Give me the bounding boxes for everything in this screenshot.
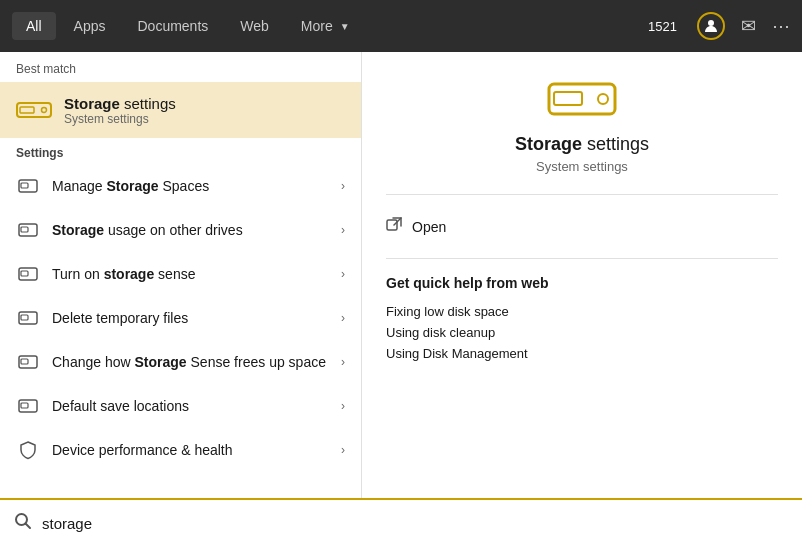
change-storage-sense-text: Change how Storage Sense frees up space	[52, 353, 329, 371]
menu-item-storage-usage[interactable]: Storage usage on other drives ›	[0, 208, 361, 252]
result-header: Storage settings System settings	[386, 76, 778, 195]
settings-section-label: Settings	[0, 138, 361, 164]
open-label: Open	[412, 219, 446, 235]
menu-item-manage-storage-spaces[interactable]: Manage Storage Spaces ›	[0, 164, 361, 208]
open-icon	[386, 217, 402, 236]
nav-tab-all[interactable]: All	[12, 12, 56, 40]
open-action[interactable]: Open	[386, 211, 778, 242]
nav-tab-apps[interactable]: Apps	[60, 12, 120, 40]
help-section: Get quick help from web Fixing low disk …	[386, 275, 778, 364]
feedback-icon[interactable]: ✉	[741, 15, 756, 37]
best-match-label: Best match	[0, 52, 361, 82]
main-area: Best match Storage settings System setti…	[0, 52, 802, 498]
action-section: Open	[386, 211, 778, 259]
storage-usage-text: Storage usage on other drives	[52, 221, 329, 239]
chevron-icon: ›	[341, 223, 345, 237]
right-panel: Storage settings System settings Open Ge…	[362, 52, 802, 498]
best-match-subtitle: System settings	[64, 112, 176, 126]
chevron-icon: ›	[341, 443, 345, 457]
delete-temp-files-text: Delete temporary files	[52, 309, 329, 327]
best-match-item[interactable]: Storage settings System settings	[0, 82, 361, 138]
top-nav: All Apps Documents Web More ▼ 1521 ✉ ⋯	[0, 0, 802, 52]
chevron-icon: ›	[341, 311, 345, 325]
result-storage-icon	[547, 76, 617, 122]
help-link-disk-management[interactable]: Using Disk Management	[386, 343, 778, 364]
default-save-icon	[16, 394, 40, 418]
default-save-locations-text: Default save locations	[52, 397, 329, 415]
menu-item-change-storage-sense[interactable]: Change how Storage Sense frees up space …	[0, 340, 361, 384]
nav-tab-more[interactable]: More ▼	[287, 12, 364, 40]
svg-line-21	[26, 524, 31, 529]
nav-tab-web[interactable]: Web	[226, 12, 283, 40]
menu-item-delete-temp-files[interactable]: Delete temporary files ›	[0, 296, 361, 340]
menu-item-device-performance[interactable]: Device performance & health ›	[0, 428, 361, 472]
change-storage-icon	[16, 350, 40, 374]
chevron-icon: ›	[341, 355, 345, 369]
svg-rect-13	[21, 359, 28, 364]
storage-settings-icon	[16, 92, 52, 128]
left-panel: Best match Storage settings System setti…	[0, 52, 362, 498]
best-match-title: Storage settings	[64, 95, 176, 112]
result-subtitle: System settings	[536, 159, 628, 174]
result-title: Storage settings	[515, 134, 649, 155]
user-avatar[interactable]	[697, 12, 725, 40]
svg-rect-9	[21, 271, 28, 276]
svg-rect-7	[21, 227, 28, 232]
svg-point-3	[42, 108, 47, 113]
turn-on-storage-sense-text: Turn on storage sense	[52, 265, 329, 283]
chevron-icon: ›	[341, 399, 345, 413]
svg-point-18	[598, 94, 608, 104]
nav-tabs: All Apps Documents Web More ▼	[12, 12, 648, 40]
menu-item-turn-on-storage-sense[interactable]: Turn on storage sense ›	[0, 252, 361, 296]
manage-storage-icon	[16, 174, 40, 198]
search-bar	[0, 498, 802, 546]
manage-storage-spaces-text: Manage Storage Spaces	[52, 177, 329, 195]
nav-tab-documents[interactable]: Documents	[123, 12, 222, 40]
menu-item-default-save-locations[interactable]: Default save locations ›	[0, 384, 361, 428]
storage-sense-icon	[16, 262, 40, 286]
badge-count: 1521	[648, 19, 677, 34]
svg-rect-15	[21, 403, 28, 408]
svg-rect-2	[20, 107, 34, 113]
svg-rect-11	[21, 315, 28, 320]
best-match-text: Storage settings System settings	[64, 95, 176, 126]
help-link-disk-cleanup[interactable]: Using disk cleanup	[386, 322, 778, 343]
chevron-icon: ›	[341, 179, 345, 193]
search-icon	[14, 512, 32, 534]
search-input[interactable]	[42, 515, 788, 532]
svg-rect-19	[387, 220, 397, 230]
storage-usage-icon	[16, 218, 40, 242]
chevron-icon: ›	[341, 267, 345, 281]
device-performance-icon	[16, 438, 40, 462]
svg-rect-5	[21, 183, 28, 188]
help-link-low-disk[interactable]: Fixing low disk space	[386, 301, 778, 322]
delete-temp-icon	[16, 306, 40, 330]
settings-dots-icon[interactable]: ⋯	[772, 15, 790, 37]
svg-rect-17	[554, 92, 582, 105]
svg-point-0	[708, 20, 714, 26]
nav-right: 1521 ✉ ⋯	[648, 12, 790, 40]
device-performance-text: Device performance & health	[52, 441, 329, 459]
help-title: Get quick help from web	[386, 275, 778, 291]
